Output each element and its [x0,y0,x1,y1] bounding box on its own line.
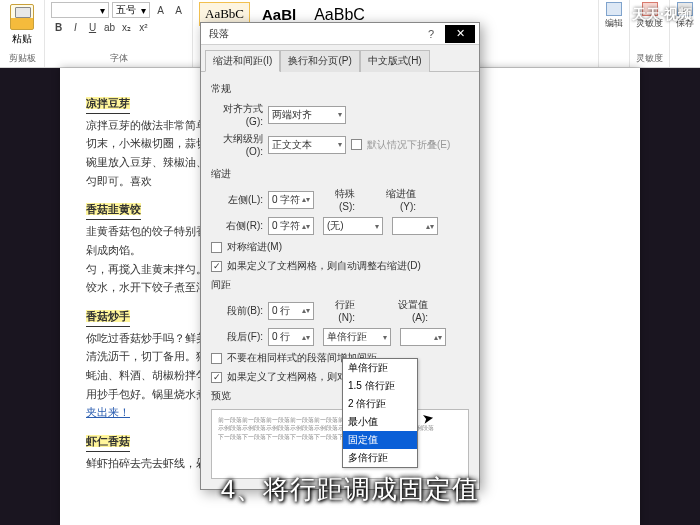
section-preview: 预览 [211,389,469,403]
alignment-value: 两端对齐 [272,108,312,122]
section-indent: 缩进 [211,167,469,181]
space-before-label: 段前(B): [211,304,263,318]
find-icon [606,2,622,16]
strike-button[interactable]: ab [102,20,117,35]
sup-button[interactable]: x² [136,20,151,35]
style-preview-2: AaBl [262,6,296,23]
space-after-value: 0 行 [272,330,290,344]
sens-button[interactable]: 灵敏度 [636,2,663,30]
indent-right-value: 0 字符 [272,219,300,233]
paste-button[interactable]: 粘贴 [6,2,38,48]
section-spacing: 间距 [211,278,469,292]
tab-asian-typography[interactable]: 中文版式(H) [360,50,430,72]
save-button[interactable]: 保存 [676,2,694,30]
alignment-select[interactable]: 两端对齐▾ [268,106,346,124]
indent-left-value: 0 字符 [272,193,300,207]
alignment-label: 对齐方式(G): [211,102,263,127]
outline-label: 大纲级别(O): [211,132,263,157]
paste-label: 粘贴 [12,32,32,46]
dialog-tabs: 缩进和间距(I) 换行和分页(P) 中文版式(H) [201,45,479,72]
indent-value-spinner[interactable]: ▴▾ [392,217,438,235]
style-preview-1: AaBbC [205,6,244,22]
auto-space-checkbox[interactable]: ✓ [211,372,222,383]
preview-area: 前一段落前一段落前一段落前一段落前一段落前一段落前一段落前一段落示例段落示例段落… [211,409,469,479]
dropdown-option-single[interactable]: 单倍行距 [343,359,417,377]
outline-select[interactable]: 正文文本▾ [268,136,346,154]
doc-heading-4: 虾仁香菇 [86,435,130,447]
sens-label: 灵敏度 [636,17,663,30]
indent-value-label: 缩进值(Y): [380,187,416,212]
dialog-title: 段落 [209,27,229,41]
dropdown-option-atleast[interactable]: 最小值 [343,413,417,431]
space-before-value: 0 行 [272,304,290,318]
space-after-spinner[interactable]: 0 行▴▾ [268,328,314,346]
sens-icon [642,2,658,16]
clipboard-group-label: 剪贴板 [6,50,38,65]
dropdown-option-double[interactable]: 2 倍行距 [343,395,417,413]
tab-line-page-breaks[interactable]: 换行和分页(P) [280,50,359,72]
tab-indent-spacing[interactable]: 缩进和间距(I) [205,50,280,72]
collapse-checkbox[interactable] [351,139,362,150]
mirror-label: 对称缩进(M) [227,240,282,254]
grow-font-icon[interactable]: A [153,3,168,18]
line-spacing-dropdown: 单倍行距 1.5 倍行距 2 倍行距 最小值 固定值 多倍行距 [342,358,418,468]
outline-value: 正文文本 [272,138,312,152]
section-general: 常规 [211,82,469,96]
dropdown-option-exactly[interactable]: 固定值 [343,431,417,449]
doc-heading-1: 凉拌豆芽 [86,97,130,109]
indent-left-spinner[interactable]: 0 字符▴▾ [268,191,314,209]
setat-spinner[interactable]: ▴▾ [400,328,446,346]
auto-indent-label: 如果定义了文档网格，则自动调整右缩进(D) [227,259,421,273]
font-size-value: 五号 [116,3,136,17]
auto-indent-checkbox[interactable]: ✓ [211,261,222,272]
special-value: (无) [327,219,344,233]
paragraph-dialog: 段落 ? ✕ 缩进和间距(I) 换行和分页(P) 中文版式(H) 常规 对齐方式… [200,22,480,490]
save-label: 保存 [676,17,694,30]
bold-button[interactable]: B [51,20,66,35]
space-before-spinner[interactable]: 0 行▴▾ [268,302,314,320]
sub-button[interactable]: x₂ [119,20,134,35]
line-spacing-select[interactable]: 单倍行距▾ [323,328,391,346]
clipboard-icon [10,4,34,30]
font-size-select[interactable]: 五号▾ [112,2,150,18]
special-label: 特殊(S): [319,187,355,212]
line-spacing-value: 单倍行距 [327,330,367,344]
clipboard-group: 粘贴 剪贴板 [0,0,45,67]
font-name-select[interactable]: ▾ [51,2,109,18]
sens-group: 灵敏度 灵敏度 [630,0,670,67]
indent-right-spinner[interactable]: 0 字符▴▾ [268,217,314,235]
font-group: ▾ 五号▾ A A B I U ab x₂ x² 字体 [45,0,193,67]
doc-heading-3: 香菇炒手 [86,310,130,322]
font-group-label: 字体 [51,50,186,65]
dropdown-option-1-5[interactable]: 1.5 倍行距 [343,377,417,395]
folder-icon [677,2,693,16]
indent-left-label: 左侧(L): [211,193,263,207]
sens-group-label: 灵敏度 [636,50,663,65]
dialog-titlebar[interactable]: 段落 ? ✕ [201,23,479,45]
collapse-label: 默认情况下折叠(E) [367,138,450,152]
mirror-checkbox[interactable] [211,242,222,253]
help-button[interactable]: ? [417,25,445,43]
line-spacing-label: 行距(N): [319,298,355,323]
space-after-label: 段后(F): [211,330,263,344]
edit-label: 编辑 [605,17,623,30]
dropdown-option-multiple[interactable]: 多倍行距 [343,449,417,467]
underline-button[interactable]: U [85,20,100,35]
edit-button[interactable]: 编辑 [605,2,623,30]
save-group: 保存 [670,0,700,67]
indent-right-label: 右侧(R): [211,219,263,233]
shrink-font-icon[interactable]: A [171,3,186,18]
setat-label: 设置值(A): [386,298,428,323]
special-select[interactable]: (无)▾ [323,217,383,235]
italic-button[interactable]: I [68,20,83,35]
no-space-checkbox[interactable] [211,353,222,364]
dialog-body: 常规 对齐方式(G): 两端对齐▾ 大纲级别(O): 正文文本▾ 默认情况下折叠… [201,72,479,489]
close-button[interactable]: ✕ [445,25,475,43]
doc-heading-2: 香菇韭黄饺 [86,203,141,215]
edit-group: 编辑 [599,0,630,67]
